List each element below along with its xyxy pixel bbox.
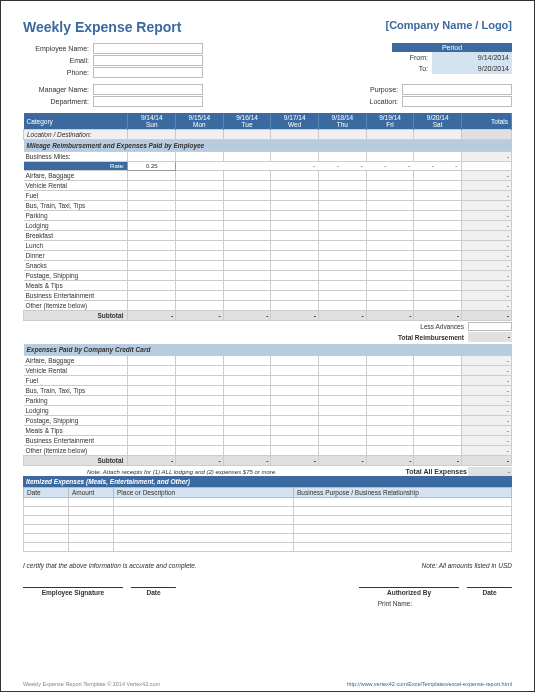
itemized-col-place: Place or Description — [114, 488, 294, 498]
total-all-label: Total All Expenses — [341, 467, 468, 476]
footer-url: http://www.vertex42.com/ExcelTemplates/e… — [347, 681, 512, 687]
authorized-by-line: Authorized By — [359, 587, 459, 596]
expense-row-label: Business Entertainment — [24, 436, 128, 446]
purpose-info-block: Purpose: Location: — [352, 84, 512, 107]
expense-row-label: Other (itemize below) — [24, 446, 128, 456]
period-from-value[interactable]: 9/14/2014 — [432, 52, 512, 63]
expense-row-label: Airfare, Baggage — [24, 356, 128, 366]
section1-header: Mileage Reimbursement and Expenses Paid … — [24, 140, 512, 152]
manager-info-block: Manager Name: Department: — [23, 84, 203, 107]
expense-row-label: Airfare, Baggage — [24, 171, 128, 181]
period-to-label: To: — [392, 65, 432, 72]
itemized-header: Itemized Expenses (Meals, Entertainment,… — [23, 476, 512, 487]
expense-row-label: Bus, Train, Taxi, Tips — [24, 386, 128, 396]
expense-row-label: Lodging — [24, 221, 128, 231]
expense-row-label: Meals & Tips — [24, 426, 128, 436]
period-from-label: From: — [392, 54, 432, 61]
expense-row-label: Parking — [24, 396, 128, 406]
location-row-label: Location / Destination: — [24, 130, 128, 140]
department-field[interactable] — [93, 96, 203, 107]
employee-info-block: Employee Name: Email: Phone: — [23, 43, 203, 78]
expense-row-label: Postage, Shipping — [24, 416, 128, 426]
expense-row-label: Fuel — [24, 191, 128, 201]
employee-signature-line: Employee Signature — [23, 587, 123, 596]
expense-row-label: Meals & Tips — [24, 281, 128, 291]
itemized-col-purpose: Business Purpose / Business Relationship — [294, 488, 512, 498]
department-label: Department: — [23, 98, 93, 105]
totals-header: Totals — [462, 113, 512, 130]
expense-row-label: Parking — [24, 211, 128, 221]
day-header-0: 9/14/14Sun — [128, 113, 176, 130]
expense-row-label: Business Entertainment — [24, 291, 128, 301]
manager-name-label: Manager Name: — [23, 86, 93, 93]
period-header: Period — [392, 43, 512, 52]
employee-sig-date: Date — [131, 587, 176, 596]
itemized-col-date: Date — [24, 488, 69, 498]
expense-row-label: Snacks — [24, 261, 128, 271]
day-header-4: 9/18/14Thu — [319, 113, 367, 130]
itemized-table: Date Amount Place or Description Busines… — [23, 487, 512, 552]
expense-row-label: Dinner — [24, 251, 128, 261]
footer-copyright: Weekly Expense Report Template © 2014 Ve… — [23, 681, 160, 687]
email-label: Email: — [23, 57, 93, 64]
section2-header: Expenses Paid by Company Credit Card — [24, 344, 512, 356]
expense-row-label: Breakfast — [24, 231, 128, 241]
rate-label: Rate: — [24, 162, 128, 171]
expense-table: Category9/14/14Sun9/15/14Mon9/16/14Tue9/… — [23, 113, 512, 321]
location-field[interactable] — [402, 96, 512, 107]
certify-text: I certify that the above information is … — [23, 562, 197, 569]
phone-label: Phone: — [23, 69, 93, 76]
total-all-value: - — [468, 467, 512, 476]
currency-note: Note: All amounts listed in USD — [422, 562, 512, 569]
period-to-value[interactable]: 9/20/2014 — [432, 63, 512, 74]
expense-row-label: Vehicle Rental — [24, 366, 128, 376]
purpose-label: Purpose: — [352, 86, 402, 93]
expense-row-label: Vehicle Rental — [24, 181, 128, 191]
less-advances-value[interactable] — [468, 322, 512, 331]
page-title: Weekly Expense Report — [23, 19, 181, 35]
expense-row-label: Postage, Shipping — [24, 271, 128, 281]
day-header-5: 9/19/14Fri — [366, 113, 414, 130]
expense-row-label: Lodging — [24, 406, 128, 416]
email-field[interactable] — [93, 55, 203, 66]
day-header-1: 9/15/14Mon — [176, 113, 224, 130]
phone-field[interactable] — [93, 67, 203, 78]
manager-name-field[interactable] — [93, 84, 203, 95]
period-box: Period From:9/14/2014 To:9/20/2014 — [392, 43, 512, 78]
itemized-col-amount: Amount — [69, 488, 114, 498]
less-advances-label: Less Advances — [420, 323, 468, 330]
employee-name-field[interactable] — [93, 43, 203, 54]
expense-row-label: Fuel — [24, 376, 128, 386]
purpose-field[interactable] — [402, 84, 512, 95]
expense-row-label: Lunch — [24, 241, 128, 251]
category-header: Category — [24, 113, 128, 130]
total-reimb-value: - — [468, 332, 512, 342]
business-miles-label: Business Miles: — [24, 152, 128, 162]
subtotal1-label: Subtotal — [24, 311, 128, 321]
authorized-date: Date — [467, 587, 512, 596]
subtotal2-label: Subtotal — [24, 456, 128, 466]
company-logo-placeholder: [Company Name / Logo] — [385, 19, 512, 31]
employee-name-label: Employee Name: — [23, 45, 93, 52]
receipts-note: Note: Attach receipts for (1) ALL lodgin… — [23, 467, 341, 476]
day-header-2: 9/16/14Tue — [223, 113, 271, 130]
total-reimb-label: Total Reimbursement — [398, 334, 468, 341]
location-label: Location: — [352, 98, 402, 105]
expense-row-label: Other (itemize below) — [24, 301, 128, 311]
rate-value[interactable]: 0.25 — [128, 162, 176, 171]
expense-row-label: Bus, Train, Taxi, Tips — [24, 201, 128, 211]
print-name-label: Print Name: — [23, 600, 512, 607]
day-header-6: 9/20/14Sat — [414, 113, 462, 130]
day-header-3: 9/17/14Wed — [271, 113, 319, 130]
